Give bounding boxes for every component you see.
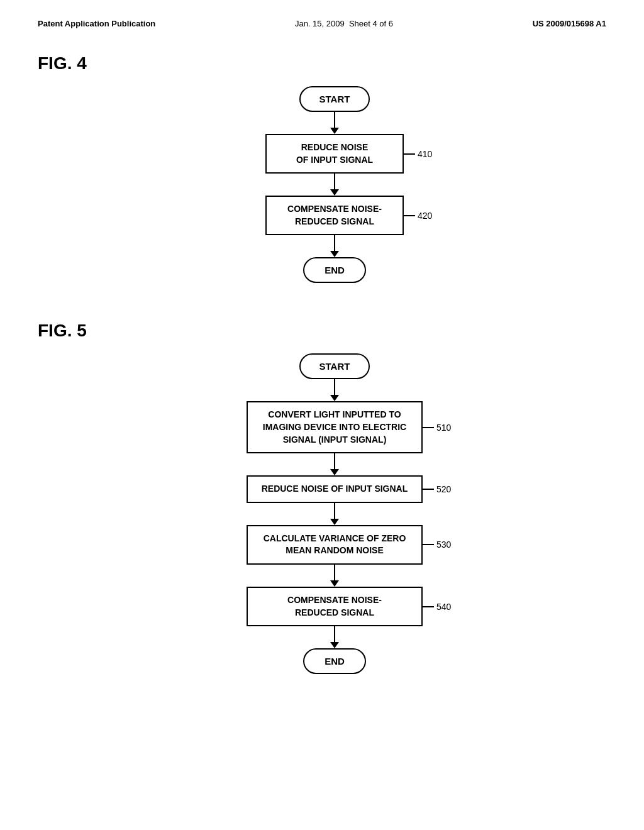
- fig5-end-oval: END: [303, 648, 366, 674]
- fig5-section: FIG. 5 START CONVERT LIGHT INPUTTED TOIM…: [38, 321, 606, 674]
- fig5-start-row: START: [299, 353, 370, 379]
- fig4-label: FIG. 4: [38, 53, 606, 74]
- header-right: US 2009/015698 A1: [533, 19, 606, 28]
- fig4-end-oval: END: [303, 257, 366, 283]
- fig5-520-row: REDUCE NOISE OF INPUT SIGNAL 520: [247, 475, 423, 503]
- fig4-420-box: COMPENSATE NOISE-REDUCED SIGNAL: [265, 196, 404, 235]
- fig5-flowchart: START CONVERT LIGHT INPUTTED TOIMAGING D…: [63, 353, 606, 674]
- fig5-540-row: COMPENSATE NOISE-REDUCED SIGNAL 540: [247, 587, 423, 626]
- fig5-start-oval: START: [299, 353, 370, 379]
- fig5-530-label: 530: [436, 540, 451, 550]
- page: Patent Application Publication Jan. 15, …: [0, 0, 644, 830]
- arrow2: [330, 174, 339, 196]
- arrow3: [330, 235, 339, 257]
- fig4-end-row: END: [303, 257, 366, 283]
- fig5-label: FIG. 5: [38, 321, 606, 341]
- fig4-410-label: 410: [418, 149, 432, 159]
- fig4-start-row: START: [299, 86, 370, 112]
- fig5-510-label: 510: [436, 423, 451, 433]
- fig5-520-label: 520: [436, 484, 451, 494]
- fig5-arrow4: [330, 565, 339, 587]
- fig4-start-oval: START: [299, 86, 370, 112]
- fig4-section: FIG. 4 START REDUCE NOISEOF INPUT SIGNAL…: [38, 53, 606, 283]
- fig5-530-box: CALCULATE VARIANCE OF ZEROMEAN RANDOM NO…: [247, 525, 423, 565]
- fig4-410-row: REDUCE NOISEOF INPUT SIGNAL 410: [265, 134, 404, 174]
- header-center: Jan. 15, 2009 Sheet 4 of 6: [295, 19, 393, 28]
- fig5-arrow1: [330, 379, 339, 401]
- fig5-arrow5: [330, 626, 339, 648]
- fig4-410-box: REDUCE NOISEOF INPUT SIGNAL: [265, 134, 404, 174]
- fig5-end-row: END: [303, 648, 366, 674]
- arrow1: [330, 112, 339, 134]
- fig5-510-row: CONVERT LIGHT INPUTTED TOIMAGING DEVICE …: [247, 401, 423, 453]
- fig4-420-row: COMPENSATE NOISE-REDUCED SIGNAL 420: [265, 196, 404, 235]
- page-header: Patent Application Publication Jan. 15, …: [38, 19, 606, 28]
- fig4-420-label: 420: [418, 211, 432, 221]
- fig5-510-box: CONVERT LIGHT INPUTTED TOIMAGING DEVICE …: [247, 401, 423, 453]
- fig5-540-box: COMPENSATE NOISE-REDUCED SIGNAL: [247, 587, 423, 626]
- fig5-530-row: CALCULATE VARIANCE OF ZEROMEAN RANDOM NO…: [247, 525, 423, 565]
- fig5-520-box: REDUCE NOISE OF INPUT SIGNAL: [247, 475, 423, 503]
- fig5-arrow3: [330, 503, 339, 525]
- fig4-flowchart: START REDUCE NOISEOF INPUT SIGNAL 410 CO…: [63, 86, 606, 283]
- fig5-540-label: 540: [436, 602, 451, 612]
- header-left: Patent Application Publication: [38, 19, 155, 28]
- fig5-arrow2: [330, 453, 339, 475]
